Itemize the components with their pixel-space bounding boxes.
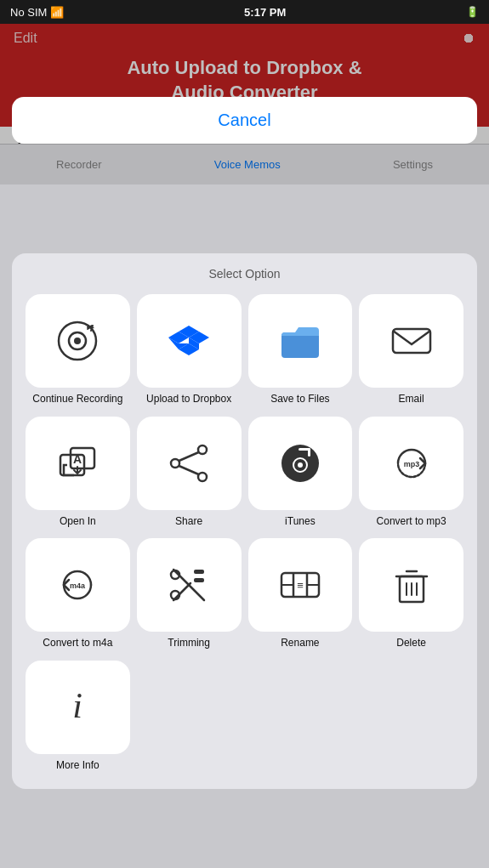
open-in-icon: A	[55, 441, 100, 485]
trimming-icon	[167, 563, 211, 607]
modal-sheet: Select Option + Continue Recording	[12, 253, 477, 789]
svg-point-16	[198, 445, 207, 454]
wifi-icon: 📶	[50, 6, 64, 19]
option-more-info[interactable]: i More Info	[26, 661, 130, 773]
svg-text:i: i	[73, 686, 83, 725]
more-info-label: More Info	[56, 759, 100, 773]
option-trimming[interactable]: Trimming	[137, 538, 242, 650]
option-share[interactable]: Share	[137, 417, 242, 529]
options-grid: + Continue Recording Upl	[26, 294, 463, 772]
option-rename[interactable]: ≡ Rename	[248, 538, 353, 650]
cancel-button[interactable]: Cancel	[12, 97, 477, 144]
delete-icon-box	[359, 538, 463, 632]
more-info-icon: i	[55, 685, 100, 729]
option-open-in[interactable]: A Open In	[26, 417, 130, 529]
convert-mp3-label: Convert to mp3	[377, 515, 446, 529]
svg-point-2	[74, 338, 81, 344]
continue-recording-label: Continue Recording	[32, 393, 122, 406]
dropbox-icon	[167, 319, 211, 363]
continue-recording-icon: +	[55, 319, 100, 363]
rename-label: Rename	[281, 637, 319, 650]
open-in-icon-box: A	[26, 417, 130, 510]
itunes-icon-box	[248, 417, 353, 510]
option-email[interactable]: Email	[359, 294, 463, 406]
convert-m4a-icon-box: m4a	[26, 538, 130, 632]
convert-mp3-icon-box: mp3	[359, 417, 463, 510]
svg-point-17	[198, 473, 207, 481]
save-files-icon-box	[248, 294, 353, 388]
svg-rect-24	[308, 448, 310, 457]
svg-rect-11	[393, 329, 430, 353]
continue-recording-icon-box: +	[26, 294, 130, 388]
rename-icon-box: ≡	[248, 538, 353, 632]
share-label: Share	[175, 515, 202, 529]
delete-label: Delete	[396, 637, 426, 650]
svg-text:A: A	[73, 452, 82, 466]
email-icon-box	[359, 294, 463, 388]
open-in-label: Open In	[60, 515, 96, 529]
itunes-label: iTunes	[285, 515, 316, 529]
status-time: 5:17 PM	[244, 6, 286, 19]
option-save-files[interactable]: Save to Files	[248, 294, 353, 406]
convert-m4a-icon: m4a	[55, 563, 100, 607]
sim-status: No SIM	[10, 6, 47, 19]
email-label: Email	[399, 393, 424, 406]
status-left: No SIM 📶	[10, 6, 64, 19]
option-itunes[interactable]: iTunes	[248, 417, 353, 529]
svg-point-22	[298, 462, 303, 468]
email-icon	[389, 319, 434, 363]
svg-line-19	[179, 466, 199, 474]
upload-dropbox-icon-box	[137, 294, 242, 388]
trimming-icon-box	[137, 538, 242, 632]
option-convert-mp3[interactable]: mp3 Convert to mp3	[359, 417, 463, 529]
delete-icon	[389, 563, 434, 607]
status-right: 🔋	[466, 6, 479, 18]
upload-dropbox-label: Upload to Dropbox	[146, 393, 231, 406]
option-upload-dropbox[interactable]: Upload to Dropbox	[137, 294, 242, 406]
option-continue-recording[interactable]: + Continue Recording	[26, 294, 130, 406]
convert-mp3-icon: mp3	[389, 441, 434, 485]
modal-title: Select Option	[26, 267, 463, 281]
convert-m4a-label: Convert to m4a	[43, 637, 112, 650]
svg-point-15	[171, 459, 179, 468]
share-icon	[167, 441, 211, 485]
more-info-icon-box: i	[26, 661, 130, 754]
battery-icon: 🔋	[466, 6, 479, 18]
trimming-label: Trimming	[168, 637, 210, 650]
svg-text:≡: ≡	[297, 579, 304, 592]
itunes-icon	[278, 441, 322, 485]
save-files-icon	[278, 319, 322, 363]
svg-rect-31	[194, 570, 204, 574]
svg-text:mp3: mp3	[403, 460, 419, 468]
svg-text:m4a: m4a	[70, 582, 86, 590]
share-icon-box	[137, 417, 242, 510]
option-delete[interactable]: Delete	[359, 538, 463, 650]
rename-icon: ≡	[278, 563, 322, 607]
svg-line-18	[179, 452, 199, 461]
save-files-label: Save to Files	[270, 393, 329, 406]
svg-rect-10	[281, 332, 319, 358]
svg-text:+: +	[89, 323, 94, 332]
svg-rect-32	[194, 578, 204, 582]
option-convert-m4a[interactable]: m4a Convert to m4a	[26, 538, 130, 650]
